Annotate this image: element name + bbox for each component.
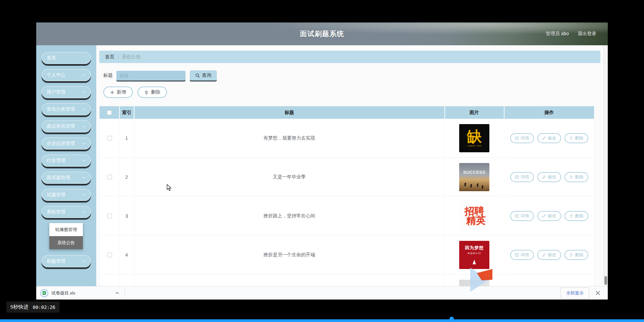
sidebar-item-personal-center[interactable]: 个人中心	[42, 69, 91, 81]
search-icon	[195, 73, 200, 78]
col-header-image: 图片	[445, 106, 504, 119]
detail-button[interactable]: 详情	[510, 211, 534, 221]
edit-icon	[542, 253, 546, 257]
table-row: 4 挫折是另一个生命的开端 因为梦想 出息的人们 详情 修改	[100, 235, 594, 274]
download-bar: 试卷题目.xls 全部显示	[36, 286, 608, 300]
logout-link[interactable]: 退出登录	[578, 31, 596, 37]
current-user: 管理员 abo	[546, 31, 569, 37]
row-index: 2	[119, 158, 134, 197]
detail-button[interactable]: 详情	[510, 133, 534, 143]
edit-icon	[542, 214, 546, 218]
edit-button[interactable]: 修改	[537, 250, 561, 260]
chevron-up-icon[interactable]	[115, 291, 119, 295]
row-title: 挫折是另一个生命的开端	[134, 235, 445, 274]
sidebar-item-interview-news[interactable]: 面试资讯管理	[42, 120, 91, 132]
sidebar: 首页 个人中心 用户管理 资讯分类管理 面试资讯管理	[36, 45, 96, 286]
submenu-item-carousel[interactable]: 轮播图管理	[49, 223, 83, 236]
edit-icon	[542, 136, 546, 140]
detail-button[interactable]: 详情	[510, 172, 534, 182]
sidebar-item-home[interactable]: 首页	[42, 52, 91, 64]
edit-button[interactable]: 修改	[537, 133, 561, 143]
edit-icon	[542, 175, 546, 179]
chevron-down-icon	[82, 210, 86, 214]
sidebar-item-industry[interactable]: 行业管理	[42, 155, 91, 167]
breadcrumb-separator: /	[117, 54, 119, 60]
skip-forward-overlay: 5秒快进 00:02:26	[6, 302, 59, 313]
announcement-image: SUCCESS	[459, 163, 489, 191]
row-checkbox[interactable]	[107, 214, 112, 218]
delete-button[interactable]: 删除	[565, 133, 588, 143]
skip-timestamp: 00:02:26	[33, 305, 55, 310]
submenu-item-announcements[interactable]: 系统公告	[49, 236, 83, 249]
edit-button[interactable]: 修改	[537, 172, 561, 182]
select-all-checkbox[interactable]	[107, 110, 112, 115]
document-icon	[515, 175, 519, 179]
edit-button[interactable]: 修改	[537, 211, 561, 221]
table-header-row: 索引 标题 图片 操作	[100, 106, 594, 119]
scrollbar-track[interactable]	[603, 45, 608, 286]
table-toolbar: 新增 删除	[103, 87, 608, 98]
row-index: 4	[119, 235, 134, 274]
title-search-input[interactable]	[116, 71, 185, 80]
table-row	[100, 274, 594, 286]
row-checkbox[interactable]	[107, 175, 112, 179]
sidebar-item-company-info[interactable]: 企业信息管理	[42, 138, 91, 150]
bulk-delete-button[interactable]: 删除	[138, 87, 167, 98]
plus-icon	[110, 90, 114, 95]
divider	[125, 289, 125, 297]
chevron-down-icon	[82, 259, 86, 263]
sidebar-item-news-category[interactable]: 资讯分类管理	[42, 103, 91, 115]
announcement-image: 缺 I WANT YOU	[459, 124, 489, 152]
app-title: 面试刷题系统	[300, 29, 344, 39]
announcement-image	[459, 280, 489, 286]
query-button[interactable]: 查询	[190, 70, 217, 80]
close-icon[interactable]	[595, 290, 600, 296]
delete-button[interactable]: 删除	[565, 172, 588, 182]
row-title: 挫折路上，坚持常在心间	[134, 197, 445, 235]
delete-button[interactable]: 删除	[565, 250, 588, 260]
col-header-title: 标题	[134, 106, 445, 119]
delete-button[interactable]: 删除	[565, 211, 588, 221]
breadcrumb-home[interactable]: 首页	[105, 54, 114, 60]
skip-label: 5秒快进	[10, 304, 28, 310]
system-submenu: 轮播图管理 系统公告	[49, 223, 83, 249]
download-filename: 试卷题目.xls	[51, 290, 75, 296]
chevron-down-icon	[82, 124, 86, 128]
sidebar-item-practice-management[interactable]: 刷题管理	[42, 255, 91, 267]
video-progress-bar[interactable]	[0, 319, 644, 322]
breadcrumb-current: 系统公告	[122, 54, 141, 60]
row-checkbox[interactable]	[107, 136, 112, 141]
video-frame: 面试刷题系统 管理员 abo 退出登录 首页 个人中心 用户管理	[0, 0, 644, 322]
row-index: 1	[119, 119, 134, 158]
document-icon	[515, 253, 519, 257]
video-progress-handle[interactable]	[449, 317, 454, 321]
table-row: 3 挫折路上，坚持常在心间 招聘 精英 详情 修改 删除	[100, 197, 594, 235]
chevron-down-icon	[82, 90, 86, 94]
scrollbar-thumb[interactable]	[604, 276, 607, 285]
row-title	[134, 274, 445, 286]
announcement-image: 招聘 精英	[459, 202, 489, 230]
chevron-down-icon	[82, 142, 86, 146]
chevron-down-icon	[82, 159, 86, 163]
sidebar-item-interview-questions[interactable]: 面试题管理	[42, 172, 91, 184]
detail-button[interactable]: 详情	[510, 250, 534, 260]
app-header: 面试刷题系统 管理员 abo 退出登录	[36, 22, 608, 45]
sidebar-item-system-management[interactable]: 系统管理	[42, 206, 91, 218]
document-icon	[515, 214, 519, 218]
downloaded-file-chip[interactable]: 试卷题目.xls	[40, 289, 75, 297]
sidebar-item-test-questions[interactable]: 试题管理	[42, 189, 91, 201]
sidebar-item-user-management[interactable]: 用户管理	[42, 86, 91, 98]
document-icon	[515, 136, 519, 140]
trash-icon	[144, 90, 149, 95]
show-all-downloads-button[interactable]: 全部显示	[560, 287, 589, 299]
row-checkbox[interactable]	[107, 253, 112, 257]
row-title: 有梦想，就要努力去实现	[134, 119, 445, 158]
col-header-actions: 操作	[504, 106, 594, 119]
row-title: 又是一年毕业季	[134, 158, 445, 197]
search-form: 标题 查询	[103, 70, 608, 80]
chevron-down-icon	[82, 73, 86, 77]
table-row: 1 有梦想，就要努力去实现 缺 I WANT YOU 详情 修改 删除	[100, 119, 594, 158]
chevron-down-icon	[82, 193, 86, 197]
breadcrumb: 首页 / 系统公告	[99, 51, 600, 63]
add-button[interactable]: 新增	[103, 87, 133, 98]
